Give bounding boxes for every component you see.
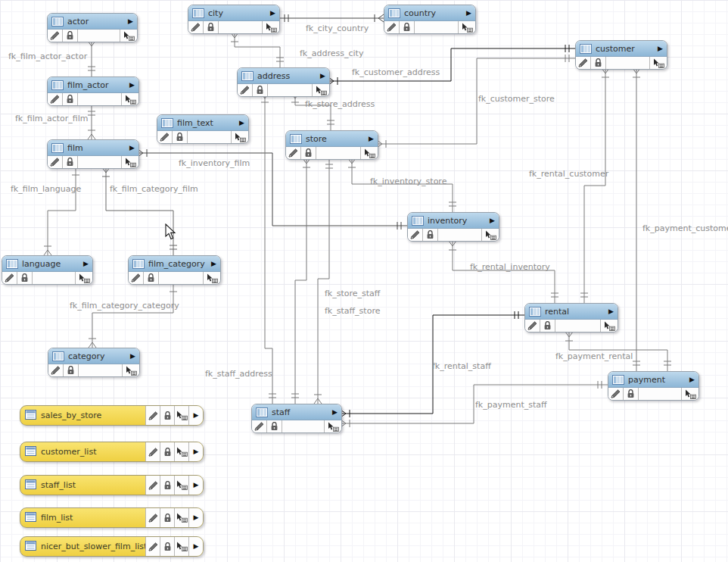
table-header[interactable]: store▶	[286, 131, 378, 147]
table-header[interactable]: actor▶	[48, 14, 137, 30]
edit-pencil-button[interactable]	[157, 131, 173, 143]
expand-triangle-icon[interactable]: ▶	[211, 261, 216, 267]
context-menu-button[interactable]	[313, 84, 329, 96]
expand-triangle-icon[interactable]: ▶	[332, 409, 338, 416]
edit-pencil-button[interactable]	[286, 147, 301, 159]
table-node-payment[interactable]: payment▶	[608, 371, 699, 401]
expand-triangle-icon[interactable]: ▶	[320, 73, 325, 80]
view-node-staff_list[interactable]: staff_list▶	[20, 475, 204, 495]
context-menu-button[interactable]	[682, 388, 698, 400]
lock-button[interactable]	[160, 406, 174, 425]
table-node-film_category[interactable]: film_category▶	[128, 255, 221, 285]
table-node-film[interactable]: film▶	[47, 139, 139, 169]
lock-button[interactable]	[160, 508, 174, 527]
edit-pencil-button[interactable]	[2, 272, 17, 284]
edit-pencil-button[interactable]	[145, 406, 160, 425]
lock-button[interactable]	[624, 388, 639, 400]
table-header[interactable]: category▶	[48, 348, 139, 364]
edit-pencil-button[interactable]	[145, 442, 160, 461]
table-header[interactable]: language▶	[2, 256, 92, 272]
context-menu-button[interactable]	[120, 30, 137, 42]
table-header[interactable]: staff▶	[252, 404, 341, 420]
expand-triangle-icon[interactable]: ▶	[188, 442, 203, 461]
view-node-film_list[interactable]: film_list▶	[20, 507, 204, 528]
context-menu-button[interactable]	[174, 442, 188, 461]
expand-triangle-icon[interactable]: ▶	[689, 376, 695, 383]
lock-button[interactable]	[204, 21, 219, 33]
table-header[interactable]: inventory▶	[408, 213, 499, 229]
table-header[interactable]: customer▶	[576, 41, 667, 57]
expand-triangle-icon[interactable]: ▶	[129, 145, 135, 151]
edit-pencil-button[interactable]	[145, 476, 160, 495]
edit-pencil-button[interactable]	[408, 229, 423, 241]
table-node-city[interactable]: city▶	[188, 5, 280, 34]
edit-pencil-button[interactable]	[48, 93, 63, 105]
context-menu-button[interactable]	[174, 476, 188, 495]
expand-triangle-icon[interactable]: ▶	[490, 217, 495, 224]
table-node-customer[interactable]: customer▶	[575, 40, 667, 70]
lock-button[interactable]	[63, 30, 78, 42]
edit-pencil-button[interactable]	[576, 57, 591, 69]
context-menu-button[interactable]	[123, 364, 139, 376]
view-node-sales_by_store[interactable]: sales_by_store▶	[20, 405, 204, 426]
context-menu-button[interactable]	[174, 406, 188, 425]
expand-triangle-icon[interactable]: ▶	[129, 82, 135, 89]
lock-button[interactable]	[400, 21, 415, 33]
relationship-line-fk_store_staff[interactable]	[295, 158, 306, 404]
table-node-language[interactable]: language▶	[2, 255, 93, 285]
expand-triangle-icon[interactable]: ▶	[128, 18, 133, 25]
lock-button[interactable]	[160, 476, 174, 495]
edit-pencil-button[interactable]	[608, 388, 624, 400]
table-node-rental[interactable]: rental▶	[524, 303, 618, 333]
table-header[interactable]: city▶	[188, 5, 279, 21]
context-menu-button[interactable]	[361, 147, 378, 159]
expand-triangle-icon[interactable]: ▶	[188, 406, 203, 425]
edit-pencil-button[interactable]	[48, 364, 64, 376]
relationship-line-fk_film_category_category[interactable]	[92, 284, 173, 348]
relationship-line-fk_payment_staff[interactable]	[341, 385, 608, 423]
table-header[interactable]: country▶	[384, 5, 475, 21]
table-node-inventory[interactable]: inventory▶	[407, 212, 499, 242]
table-node-store[interactable]: store▶	[285, 130, 378, 160]
edit-pencil-button[interactable]	[238, 84, 253, 96]
expand-triangle-icon[interactable]: ▶	[608, 308, 614, 315]
lock-button[interactable]	[63, 93, 78, 105]
relationship-line-fk_staff_address[interactable]	[265, 93, 272, 404]
expand-triangle-icon[interactable]: ▶	[369, 136, 374, 142]
edit-pencil-button[interactable]	[48, 30, 63, 42]
table-node-address[interactable]: address▶	[237, 67, 330, 97]
context-menu-button[interactable]	[650, 57, 667, 69]
context-menu-button[interactable]	[122, 93, 138, 105]
context-menu-button[interactable]	[232, 131, 248, 143]
table-header[interactable]: film_text▶	[157, 115, 248, 131]
lock-button[interactable]	[160, 442, 174, 461]
edit-pencil-button[interactable]	[145, 537, 160, 556]
relationship-line-fk_address_city[interactable]	[235, 33, 280, 67]
relationship-line-fk_staff_store[interactable]	[318, 158, 329, 404]
expand-triangle-icon[interactable]: ▶	[130, 353, 135, 360]
expand-triangle-icon[interactable]: ▶	[466, 10, 471, 17]
table-header[interactable]: address▶	[238, 68, 329, 84]
context-menu-button[interactable]	[204, 272, 220, 284]
table-node-country[interactable]: country▶	[384, 5, 476, 34]
expand-triangle-icon[interactable]: ▶	[188, 537, 203, 556]
table-header[interactable]: payment▶	[608, 372, 698, 388]
edit-pencil-button[interactable]	[384, 21, 400, 33]
table-node-film_actor[interactable]: film_actor▶	[47, 76, 139, 106]
edit-pencil-button[interactable]	[145, 508, 160, 527]
expand-triangle-icon[interactable]: ▶	[658, 45, 663, 52]
relationship-line-fk_rental_customer[interactable]	[584, 68, 605, 303]
relationship-line-fk_rental_inventory[interactable]	[453, 241, 555, 303]
table-node-actor[interactable]: actor▶	[47, 13, 138, 42]
lock-button[interactable]	[173, 131, 188, 143]
lock-button[interactable]	[160, 537, 174, 556]
expand-triangle-icon[interactable]: ▶	[188, 476, 203, 495]
lock-button[interactable]	[540, 320, 555, 332]
expand-triangle-icon[interactable]: ▶	[188, 508, 203, 527]
context-menu-button[interactable]	[459, 21, 475, 33]
context-menu-button[interactable]	[122, 156, 138, 168]
edit-pencil-button[interactable]	[525, 320, 540, 332]
context-menu-button[interactable]	[174, 508, 188, 527]
lock-button[interactable]	[267, 420, 282, 432]
table-header[interactable]: rental▶	[525, 304, 618, 320]
